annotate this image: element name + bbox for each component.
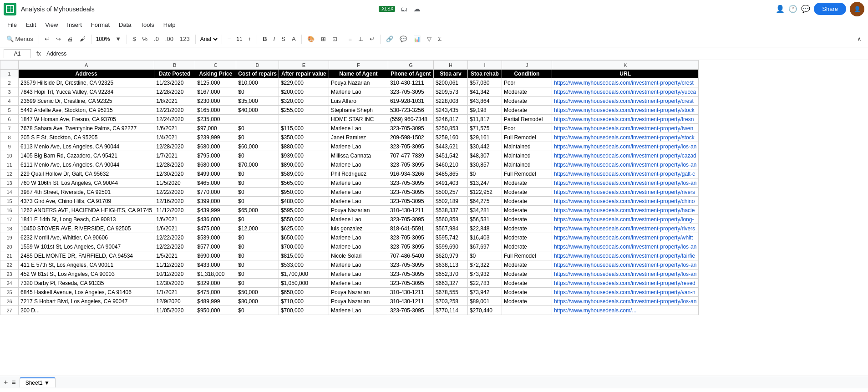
cell-8-10[interactable]: https://www.myhousedeals.com/investment-… [552, 133, 698, 142]
cell-16-6[interactable]: 310-430-1211 [388, 206, 433, 215]
col-header-g[interactable]: G [388, 61, 433, 70]
cell-9-5[interactable]: Marlene Lao [329, 142, 388, 151]
cell-26-8[interactable]: $89,001 [467, 297, 502, 306]
cell-13-5[interactable]: Marlene Lao [329, 178, 388, 188]
cell-21-4[interactable]: $815,000 [279, 251, 329, 260]
cell-23-1[interactable]: 10/12/2020 [154, 270, 195, 279]
cell-5-3[interactable]: $40,000 [236, 106, 279, 115]
cell-19-3[interactable]: $0 [236, 233, 279, 242]
cell-6-0[interactable]: 1847 W Homan Ave, Fresno, CA 93705 [19, 115, 154, 124]
cell-23-0[interactable]: 452 W 81st St, Los Angeles, CA 90003 [19, 270, 154, 279]
cell-20-3[interactable]: $0 [236, 242, 279, 251]
cell-20-10[interactable]: https://www.myhousedeals.com/investment-… [552, 242, 698, 251]
cell-17-1[interactable]: 1/6/2021 [154, 215, 195, 224]
cell-12-9[interactable]: Full Remodel [502, 169, 552, 178]
col-header-a[interactable]: A [19, 61, 154, 70]
cell-8-5[interactable]: Janet Ramirez [329, 133, 388, 142]
cell-21-2[interactable]: $690,000 [195, 251, 236, 260]
cell-4-9[interactable]: Moderate [502, 97, 552, 106]
function-button[interactable]: Σ [435, 34, 444, 44]
cell-12-10[interactable]: https://www.myhousedeals.com/investment-… [552, 169, 698, 178]
wrap-button[interactable]: ↵ [367, 34, 377, 44]
cell-17-2[interactable]: $436,000 [195, 215, 236, 224]
col-header-f[interactable]: F [329, 61, 388, 70]
cell-13-1[interactable]: 11/5/2020 [154, 178, 195, 188]
cell-14-8[interactable]: $122,952 [467, 188, 502, 197]
cell-6-1[interactable]: 12/24/2020 [154, 115, 195, 124]
cell-5-6[interactable]: 530-723-3256 [388, 106, 433, 115]
cell-23-10[interactable]: https://www.myhousedeals.com/investment-… [552, 270, 698, 279]
cell-13-9[interactable]: Moderate [502, 178, 552, 188]
cell-13-6[interactable]: 323-705-3095 [388, 178, 433, 188]
menu-item-format[interactable]: Format [87, 20, 113, 29]
cell-8-3[interactable]: $0 [236, 133, 279, 142]
cell-18-8[interactable]: $22,848 [467, 224, 502, 233]
filter-button[interactable]: ▽ [424, 34, 434, 44]
cell-10-7[interactable]: $451,542 [433, 151, 467, 160]
cell-26-5[interactable]: Pouya Nazarian [329, 297, 388, 306]
cell-13-2[interactable]: $465,000 [195, 178, 236, 188]
cell-26-7[interactable]: $703,258 [433, 297, 467, 306]
cell-12-1[interactable]: 12/30/2020 [154, 169, 195, 178]
table-row[interactable]: 161262 ANDERS AVE, HACIENDA HEIGHTS, CA … [0, 206, 699, 215]
cell-5-2[interactable]: $165,000 [195, 106, 236, 115]
drive-icon[interactable]: 🗂 [401, 5, 408, 13]
cell-10-0[interactable]: 1405 Big Barn Rd, Cazadero, CA 95421 [19, 151, 154, 160]
cell-20-9[interactable]: Moderate [502, 242, 552, 251]
cell-18-1[interactable]: 1/6/2021 [154, 224, 195, 233]
cell-23-2[interactable]: $1,318,000 [195, 270, 236, 279]
cell-5-9[interactable]: Moderate [502, 106, 552, 115]
table-row[interactable]: 96113 Menlo Ave, Los Angeles, CA 9004412… [0, 142, 699, 151]
valign-button[interactable]: ⊥ [355, 34, 366, 44]
cell-17-9[interactable]: Moderate [502, 215, 552, 224]
cell-17-10[interactable]: https://www.myhousedeals.com/investment-… [552, 215, 698, 224]
col-header-b[interactable]: B [154, 61, 195, 70]
cell-19-6[interactable]: 323-705-3095 [388, 233, 433, 242]
currency-button[interactable]: $ [130, 34, 138, 44]
table-row[interactable]: 61847 W Homan Ave, Fresno, CA 9370512/24… [0, 115, 699, 124]
cell-3-10[interactable]: https://www.myhousedeals.com/investment-… [552, 87, 698, 97]
cell-2-8[interactable]: $57,030 [467, 78, 502, 87]
cell-20-7[interactable]: $599,690 [433, 242, 467, 251]
cell-8-2[interactable]: $239,999 [195, 133, 236, 142]
cell-24-0[interactable]: 7320 Darby Pl, Reseda, CA 91335 [19, 279, 154, 288]
cell-14-6[interactable]: 323-705-3095 [388, 188, 433, 197]
cell-8-0[interactable]: 205 S F St, Stockton, CA 95205 [19, 133, 154, 142]
cell-3-5[interactable]: Marlene Lao [329, 87, 388, 97]
cell-18-9[interactable]: Moderate [502, 224, 552, 233]
cell-24-3[interactable]: $0 [236, 279, 279, 288]
cell-10-3[interactable]: $0 [236, 151, 279, 160]
cell-27-2[interactable]: $950,000 [195, 306, 236, 315]
cell-21-9[interactable]: Full Remodel [502, 251, 552, 260]
cell-18-0[interactable]: 10450 STOVER AVE, RIVERSIDE, CA 92505 [19, 224, 154, 233]
add-sheet-button[interactable]: + [4, 378, 8, 387]
cell-17-8[interactable]: $56,531 [467, 215, 502, 224]
decimal-decrease[interactable]: .0 [151, 34, 162, 44]
cell-10-9[interactable]: Maintained [502, 151, 552, 160]
cell-21-8[interactable]: $0 [467, 251, 502, 260]
cell-22-9[interactable]: Moderate [502, 260, 552, 270]
menu-item-tools[interactable]: Tools [137, 20, 157, 29]
cell-15-0[interactable]: 4373 Gird Ave, Chino Hills, CA 91709 [19, 197, 154, 206]
cell-20-4[interactable]: $700,000 [279, 242, 329, 251]
cell-4-6[interactable]: 619-928-1031 [388, 97, 433, 106]
cell-14-3[interactable]: $0 [236, 188, 279, 197]
cell-19-4[interactable]: $650,000 [279, 233, 329, 242]
cell-6-3[interactable] [236, 115, 279, 124]
cell-25-3[interactable]: $50,000 [236, 288, 279, 297]
cell-3-4[interactable]: $200,000 [279, 87, 329, 97]
avatar[interactable]: 👤 [850, 2, 864, 16]
col-header-e[interactable]: E [279, 61, 329, 70]
cell-17-7[interactable]: $560,858 [433, 215, 467, 224]
cloud-icon[interactable]: ☁ [413, 5, 421, 13]
cell-10-4[interactable]: $939,000 [279, 151, 329, 160]
cell-3-3[interactable]: $0 [236, 87, 279, 97]
cell-11-1[interactable]: 12/28/2020 [154, 160, 195, 169]
col-header-k[interactable]: K [552, 61, 698, 70]
cell-21-7[interactable]: $620,979 [433, 251, 467, 260]
cell-22-8[interactable]: $72,322 [467, 260, 502, 270]
cell-26-10[interactable]: https://www.myhousedeals.com/investment-… [552, 297, 698, 306]
cell-10-10[interactable]: https://www.myhousedeals.com/investment-… [552, 151, 698, 160]
cell-5-10[interactable]: https://www.myhousedeals.com/investment-… [552, 106, 698, 115]
sheet-tab-1[interactable]: Sheet1 ▼ [20, 377, 56, 387]
